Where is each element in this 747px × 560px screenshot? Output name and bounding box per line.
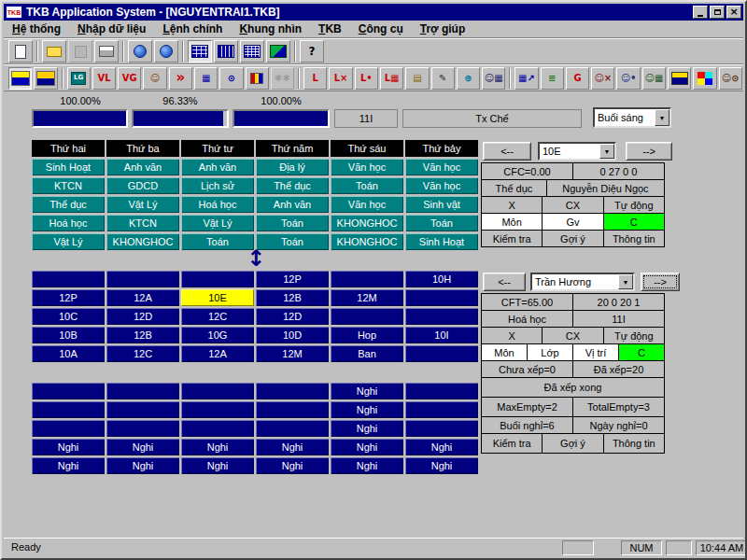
menu-item-2[interactable]: Lệnh chính <box>154 21 231 37</box>
teacher-next-button[interactable]: --> <box>641 273 680 291</box>
class-slot-cell[interactable] <box>405 308 478 325</box>
teacher-info-button[interactable]: Thông tin <box>603 433 665 454</box>
subject-cell[interactable]: KHONGHOC <box>106 233 179 250</box>
class-slot-cell[interactable]: 12D <box>106 308 179 325</box>
chevron-down-icon[interactable]: ▼ <box>599 144 614 159</box>
subject-cell[interactable]: Sinh Hoạt <box>405 233 478 250</box>
l-table-icon-button[interactable]: L▦ <box>380 67 403 90</box>
search-preview-icon-button[interactable]: ⊙ <box>219 67 243 90</box>
open-file-icon-button[interactable] <box>42 40 66 63</box>
help-icon-button[interactable]: ? <box>300 40 324 63</box>
rest-slot-cell[interactable] <box>106 401 179 418</box>
rest-slot-cell[interactable]: Nghi <box>331 439 403 455</box>
rest-slot-cell[interactable] <box>181 383 254 399</box>
rest-slot-cell[interactable] <box>405 383 478 399</box>
teacher-grid-icon-button[interactable]: ☺▦ <box>642 67 666 90</box>
class-check-button[interactable]: Kiểm tra <box>481 230 543 247</box>
afternoon-session-icon-button[interactable] <box>34 67 57 90</box>
class-slot-cell[interactable]: 12P <box>32 289 105 306</box>
teacher-lop-button[interactable]: Lớp <box>527 343 573 361</box>
rest-slot-cell[interactable]: Nghi <box>106 457 179 474</box>
l-flag-icon-button[interactable]: L• <box>355 67 378 90</box>
teacher-cx-button[interactable]: CX <box>542 327 603 344</box>
subject-cell[interactable]: Văn học <box>331 196 403 213</box>
rest-slot-cell[interactable] <box>32 420 105 437</box>
class-slot-cell[interactable]: 10I <box>405 327 478 343</box>
class-slot-cell[interactable]: Ban <box>331 345 403 362</box>
subject-cell[interactable]: Sinh Hoạt <box>32 159 105 175</box>
teacher-check-button[interactable]: Kiểm tra <box>481 433 543 454</box>
rest-slot-cell[interactable]: Nghi <box>106 439 179 455</box>
teacher-prev-button[interactable]: <-- <box>483 273 526 291</box>
subject-cell[interactable]: Sinh vật <box>405 196 478 213</box>
subject-cell[interactable]: Toán <box>256 233 329 250</box>
l-axis-delete-icon-button[interactable]: L× <box>329 67 352 90</box>
books-icon-button[interactable]: ≡ <box>541 67 564 90</box>
subject-cell[interactable]: KTCN <box>106 215 179 231</box>
teacher-x-button[interactable]: X <box>481 327 543 344</box>
assign-pointer-grid-icon-button[interactable]: ▦ <box>194 67 218 90</box>
table-export-icon-button[interactable]: ▦↗ <box>514 67 538 90</box>
view-timetable-icon-button[interactable] <box>188 40 212 63</box>
chevron-down-icon[interactable]: ▼ <box>655 109 669 126</box>
chevron-down-icon[interactable]: ▼ <box>618 274 633 289</box>
class-slot-cell[interactable] <box>181 271 254 287</box>
preview-globe-icon-button[interactable] <box>154 40 178 63</box>
rest-slot-cell[interactable]: Nghi <box>181 457 254 474</box>
subject-cell[interactable]: Toán <box>331 177 403 194</box>
subject-cell[interactable]: Lịch sử <box>181 177 254 194</box>
view-room-grid-icon-button[interactable] <box>266 40 290 63</box>
teacher-table-icon-button[interactable]: ☺▦ <box>482 67 505 90</box>
subject-cell[interactable]: Toán <box>181 233 254 250</box>
teacher-flag-icon-button[interactable]: ☺• <box>616 67 640 90</box>
tools-icon-button[interactable]: ✎ <box>431 67 455 90</box>
mini-chart-icon-button[interactable] <box>246 67 269 90</box>
subject-cell[interactable]: Vật Lý <box>106 196 179 213</box>
view-teacher-list-icon-button[interactable]: VG <box>118 67 141 90</box>
class-auto-button[interactable]: Tự động <box>603 196 665 214</box>
day-header-cell[interactable]: Thứ sáu <box>331 140 403 157</box>
class-gv-button[interactable]: Gv <box>542 213 603 231</box>
rest-slot-cell[interactable]: Nghi <box>405 439 478 455</box>
class-slot-cell[interactable]: 12M <box>331 289 403 306</box>
lg-schedule-icon-button[interactable]: LG <box>67 67 91 90</box>
class-info-button[interactable]: Thông tin <box>603 230 665 247</box>
menu-item-0[interactable]: Hệ thống <box>4 21 69 37</box>
subject-cell[interactable]: Anh văn <box>256 196 329 213</box>
class-slot-cell[interactable] <box>405 345 478 362</box>
subject-cell[interactable]: Địa lý <box>256 159 329 175</box>
subject-cell[interactable]: Vật Lý <box>32 233 105 250</box>
class-slot-cell[interactable]: 10E <box>181 289 254 306</box>
rest-slot-cell[interactable]: Nghi <box>331 420 403 437</box>
rest-slot-cell[interactable] <box>256 420 329 437</box>
class-slot-cell[interactable]: 10A <box>32 345 105 362</box>
subject-cell[interactable]: Hoá học <box>181 196 254 213</box>
day-header-cell[interactable]: Thứ bảy <box>405 140 478 157</box>
class-slot-cell[interactable]: 10B <box>32 327 105 343</box>
view-class-list-icon-button[interactable]: VL <box>92 67 116 90</box>
swap-updown-arrow-icon[interactable]: ↕ <box>246 245 266 272</box>
subject-cell[interactable]: KHONGHOC <box>331 215 403 231</box>
class-slot-cell[interactable]: 10G <box>181 327 254 343</box>
rest-slot-cell[interactable] <box>106 420 179 437</box>
close-button[interactable]: × <box>726 6 741 19</box>
menu-item-4[interactable]: TKB <box>310 21 350 37</box>
color-blocks-icon-button[interactable] <box>693 67 716 90</box>
rest-slot-cell[interactable]: Nghi <box>32 457 105 474</box>
class-next-button[interactable]: --> <box>626 142 672 161</box>
day-header-cell[interactable]: Thứ tư <box>181 140 254 157</box>
teacher-c-button[interactable]: C <box>618 343 665 361</box>
class-suggest-button[interactable]: Gợi ý <box>542 230 603 247</box>
rest-slot-cell[interactable] <box>181 420 254 437</box>
teacher-vitri-button[interactable]: Vị trí <box>572 343 619 361</box>
class-slot-cell[interactable]: 12A <box>181 345 254 362</box>
subject-cell[interactable]: Văn học <box>405 159 478 175</box>
rest-slot-cell[interactable] <box>181 401 254 418</box>
class-slot-cell[interactable] <box>331 271 403 287</box>
fast-assign-icon-button[interactable]: » <box>169 67 192 90</box>
class-slot-cell[interactable]: 10C <box>32 308 105 325</box>
export-globe-icon-button[interactable] <box>128 40 152 63</box>
subject-cell[interactable]: Anh văn <box>181 159 254 175</box>
rest-slot-cell[interactable] <box>405 401 478 418</box>
rest-slot-cell[interactable] <box>256 401 329 418</box>
